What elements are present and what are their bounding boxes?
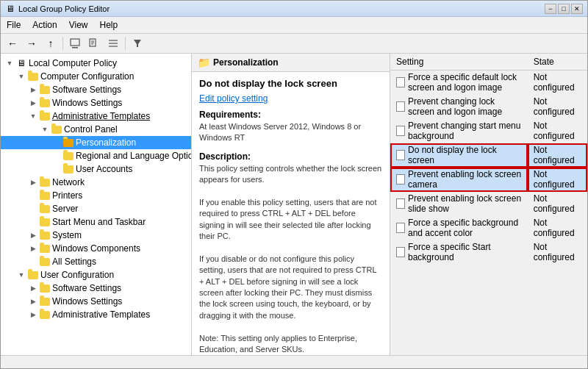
pr-expand-icon <box>27 190 39 201</box>
ua-folder-icon <box>62 163 74 175</box>
table-row[interactable]: Prevent changing start menu background N… <box>390 119 587 143</box>
tree-admin-templates[interactable]: ▼ Administrative Templates <box>1 110 191 123</box>
middle-header-icon: 📁 <box>198 57 210 68</box>
forward-button[interactable]: → <box>23 35 40 51</box>
us-label: Software Settings <box>52 283 121 293</box>
main-window: 🖥 Local Group Policy Editor − □ ✕ File A… <box>0 0 588 369</box>
setting-column-header: Setting <box>390 54 528 71</box>
wc-folder-icon <box>39 243 51 254</box>
net-expand-icon: ▶ <box>27 176 39 188</box>
tree-root[interactable]: ▼ 🖥 Local Computer Policy <box>1 57 191 70</box>
uw-expand-icon: ▶ <box>27 295 39 307</box>
net-label: Network <box>52 177 85 187</box>
root-expand-icon: ▼ <box>4 57 15 69</box>
r-label: Regional and Language Options <box>76 151 192 161</box>
uc-folder-icon <box>27 269 39 281</box>
up-button[interactable]: ↑ <box>42 35 60 51</box>
p-expand-icon <box>51 137 62 148</box>
cc-expand-icon: ▼ <box>15 71 27 82</box>
setting-label: Force a specific Start background <box>408 242 522 262</box>
state-column-header: State <box>528 54 587 71</box>
menu-bar: File Action View Help <box>1 17 587 34</box>
svg-rect-1 <box>72 47 78 49</box>
as-folder-icon <box>39 256 51 268</box>
uc-label: User Configuration <box>40 270 114 280</box>
tree-user-config[interactable]: ▼ User Configuration <box>1 268 191 282</box>
app-icon: 🖥 <box>5 4 15 14</box>
sm-expand-icon <box>27 216 39 228</box>
p-folder-icon <box>62 137 74 148</box>
tree-user-windows[interactable]: ▶ Windows Settings <box>1 295 191 308</box>
tree-start-menu[interactable]: Start Menu and Taskbar <box>1 215 191 229</box>
setting-cell: Prevent enabling lock screen slide show <box>390 192 528 216</box>
description-label: Description: <box>199 151 382 162</box>
edit-policy-link[interactable]: Edit policy setting <box>199 93 268 104</box>
tree-user-admin[interactable]: ▶ Administrative Templates <box>1 308 191 321</box>
ws-label: Windows Settings <box>52 98 122 108</box>
wc-label: Windows Components <box>52 243 140 254</box>
doc-icon <box>396 247 405 257</box>
middle-panel: 📁 Personalization Do not display the loc… <box>192 54 390 355</box>
tree-user-software[interactable]: ▶ Software Settings <box>1 282 191 295</box>
svg-rect-0 <box>71 39 79 46</box>
tree-personalization[interactable]: Personalization <box>1 136 191 149</box>
setting-label: Prevent enabling lock screen slide show <box>408 193 522 214</box>
tree-win-components[interactable]: ▶ Windows Components <box>1 242 191 255</box>
state-cell: Not configured <box>528 192 587 216</box>
maximize-button[interactable]: □ <box>558 4 570 14</box>
minimize-button[interactable]: − <box>545 4 556 14</box>
srv-label: Server <box>52 204 78 214</box>
menu-help[interactable]: Help <box>94 18 124 32</box>
sys-expand-icon: ▶ <box>27 229 39 241</box>
table-row[interactable]: Prevent enabling lock screen camera Not … <box>390 168 587 192</box>
at-expand-icon: ▼ <box>27 110 39 122</box>
uat-folder-icon <box>39 309 51 320</box>
filter-button[interactable] <box>129 35 146 51</box>
uat-expand-icon: ▶ <box>27 309 39 320</box>
extend-view-button[interactable] <box>104 35 122 51</box>
properties-button[interactable] <box>85 35 103 51</box>
table-row[interactable]: Do not display the lock screen Not confi… <box>390 143 587 168</box>
state-cell: Not configured <box>528 240 587 265</box>
tree-computer-config[interactable]: ▼ Computer Configuration <box>1 70 191 83</box>
tree-control-panel[interactable]: ▼ Control Panel <box>1 123 191 136</box>
setting-label: Do not display the lock screen <box>408 145 522 165</box>
table-row[interactable]: Force a specific background and accent c… <box>390 216 587 240</box>
table-row[interactable]: Force a specific default lock screen and… <box>390 71 587 95</box>
tree-user-accounts[interactable]: User Accounts <box>1 162 191 176</box>
show-hide-button[interactable] <box>66 35 84 51</box>
computer-icon: 🖥 <box>15 57 27 69</box>
tree-regional[interactable]: Regional and Language Options <box>1 149 191 162</box>
tree-server[interactable]: Server <box>1 202 191 215</box>
table-row[interactable]: Force a specific Start background Not co… <box>390 240 587 265</box>
close-button[interactable]: ✕ <box>571 4 583 14</box>
p-label: Personalization <box>76 137 136 148</box>
cc-folder-icon <box>27 71 39 82</box>
table-row[interactable]: Prevent enabling lock screen slide show … <box>390 192 587 216</box>
window-controls: − □ ✕ <box>545 4 583 14</box>
menu-action[interactable]: Action <box>26 18 62 32</box>
main-content: ▼ 🖥 Local Computer Policy ▼ Computer Con… <box>1 54 587 355</box>
tree-system[interactable]: ▶ System <box>1 229 191 242</box>
us-expand-icon: ▶ <box>27 282 39 294</box>
doc-icon <box>396 77 405 87</box>
state-cell: Not configured <box>528 216 587 240</box>
tree-software-settings[interactable]: ▶ Software Settings <box>1 83 191 96</box>
sm-label: Start Menu and Taskbar <box>52 217 146 227</box>
tree-printers[interactable]: Printers <box>1 189 191 202</box>
settings-table: Setting State Force a specific default l… <box>390 54 587 265</box>
doc-icon <box>396 198 405 209</box>
tree-all-settings[interactable]: All Settings <box>1 255 191 268</box>
tree-windows-settings[interactable]: ▶ Windows Settings <box>1 96 191 110</box>
middle-content-area: Do not display the lock screen Edit poli… <box>192 72 390 355</box>
menu-view[interactable]: View <box>63 18 94 32</box>
toolbar-separator-1 <box>62 37 63 50</box>
setting-cell: Force a specific background and accent c… <box>390 216 528 240</box>
state-cell: Not configured <box>528 71 587 95</box>
back-button[interactable]: ← <box>4 35 21 51</box>
r-folder-icon <box>62 150 74 162</box>
menu-file[interactable]: File <box>1 18 26 32</box>
table-row[interactable]: Prevent changing lock screen and logon i… <box>390 95 587 119</box>
tree-network[interactable]: ▶ Network <box>1 176 191 189</box>
r-expand-icon <box>51 150 62 162</box>
